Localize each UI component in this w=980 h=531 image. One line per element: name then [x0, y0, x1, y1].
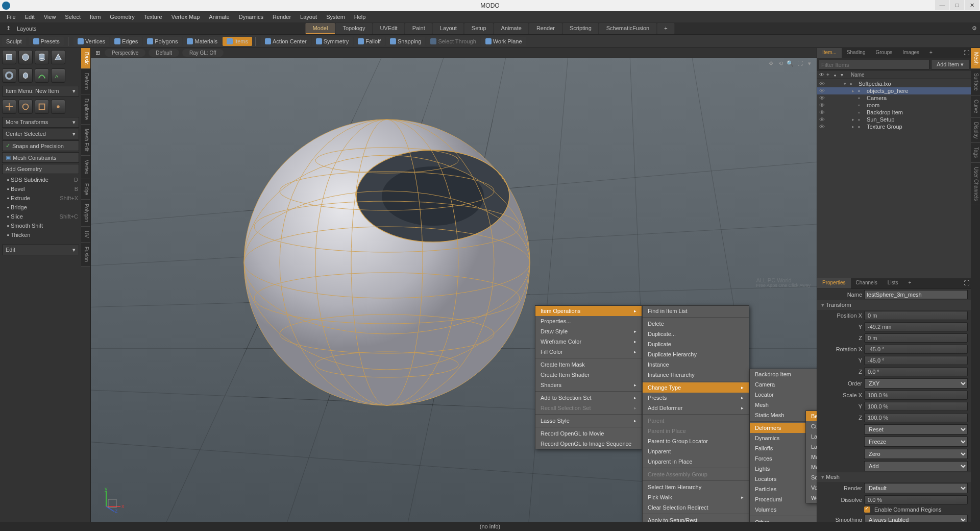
left-vtab-vertex[interactable]: Vertex: [81, 156, 90, 179]
tab-plus[interactable]: +: [924, 48, 938, 58]
menu-item-backdrop-item[interactable]: Backdrop Item: [750, 369, 817, 379]
left-vtab-duplicate[interactable]: Duplicate: [81, 94, 90, 125]
menu-item-duplicate-[interactable]: Duplicate...: [643, 329, 749, 339]
tab-shading[interactable]: Shading: [842, 48, 871, 58]
tab-plus-2[interactable]: +: [903, 278, 916, 288]
menu-item-clear-selection-redirect[interactable]: Clear Selection Redirect: [643, 502, 749, 513]
menu-item-create-item-shader[interactable]: Create Item Shader: [535, 370, 642, 380]
menu-geometry[interactable]: Geometry: [105, 14, 139, 20]
move-tool[interactable]: [2, 100, 16, 114]
left-vtab-fusion[interactable]: Fusion: [81, 243, 90, 267]
menu-item-volumes[interactable]: Volumes: [750, 504, 817, 515]
menu-item-find-in-item-list[interactable]: Find in Item List: [643, 306, 749, 316]
viewport[interactable]: ⊞ Perspective Default Ray GL: Off ✥ ⟲ 🔍 …: [91, 48, 817, 522]
tree-item-room[interactable]: 👁▫room: [817, 102, 971, 109]
scale-z-field[interactable]: 100.0 %: [864, 413, 968, 422]
torus-primitive[interactable]: [2, 68, 16, 83]
toolbar-symmetry[interactable]: Symmetry: [312, 37, 353, 46]
menu-item-camera[interactable]: Camera: [750, 379, 817, 390]
layout-tab-add[interactable]: +: [657, 23, 674, 34]
view-perspective-tab[interactable]: Perspective: [105, 49, 145, 57]
cylinder-primitive[interactable]: [35, 50, 49, 64]
tool-bridge[interactable]: ▪ Bridge: [0, 203, 81, 212]
cube-primitive[interactable]: [2, 50, 16, 64]
menu-item-parent-to-group-locator[interactable]: Parent to Group Locator: [643, 436, 749, 446]
edit-dropdown[interactable]: Edit▾: [2, 245, 79, 255]
menu-item-apply-to-setup-rest[interactable]: Apply to Setup/Rest: [643, 515, 749, 522]
mesh-constraints-header[interactable]: ▣Mesh Constraints: [2, 152, 79, 163]
menu-item-wireframe-color[interactable]: Wireframe Color: [535, 336, 642, 347]
toolbar-sculpt[interactable]: Sculpt: [2, 37, 26, 46]
maximize-button[interactable]: □: [950, 0, 964, 10]
settings-gear-icon[interactable]: ⚙: [972, 25, 977, 32]
menu-item-shaders[interactable]: Shaders: [535, 380, 642, 390]
layout-tab-topology[interactable]: Topology: [335, 23, 372, 34]
left-vtab-uv[interactable]: UV: [81, 227, 90, 243]
right-vtab-user-channels[interactable]: User Channels: [971, 163, 980, 205]
sphere-primitive[interactable]: [18, 50, 33, 64]
menu-item-duplicate-hierarchy[interactable]: Duplicate Hierarchy: [643, 349, 749, 359]
toolbar-presets[interactable]: Presets: [29, 37, 64, 46]
tool-sds-subdivide[interactable]: ▪ SDS SubdivideD: [0, 175, 81, 184]
sphere-mesh[interactable]: [239, 114, 535, 411]
tab-properties[interactable]: Properties: [817, 278, 851, 288]
menu-item-record-opengl-to-image-sequence[interactable]: Record OpenGL to Image Sequence: [535, 439, 642, 449]
transform-tool[interactable]: [51, 100, 65, 114]
tree-item-sun-setup[interactable]: 👁▸▫Sun_Setup: [817, 116, 971, 123]
menu-item-add-deformer[interactable]: Add Deformer: [643, 403, 749, 413]
toolbar-materials[interactable]: Materials: [183, 37, 222, 46]
tab-channels[interactable]: Channels: [851, 278, 883, 288]
menu-edit[interactable]: Edit: [20, 14, 39, 20]
tree-item-texture-group[interactable]: 👁▸▫Texture Group: [817, 123, 971, 130]
layout-tab-setup[interactable]: Setup: [464, 23, 494, 34]
tree-item-softpedia-lxo[interactable]: 👁▾▫Softpedia.lxo: [817, 80, 971, 87]
props-menu-icon[interactable]: ⛶: [962, 278, 971, 288]
menu-animate[interactable]: Animate: [204, 14, 234, 20]
menu-item-presets[interactable]: Presets: [643, 393, 749, 403]
pos-y-field[interactable]: -49.2 mm: [864, 322, 968, 331]
menu-item-instance-hierarchy[interactable]: Instance Hierarchy: [643, 370, 749, 380]
right-vtab-display[interactable]: Display: [971, 118, 980, 143]
layout-tab-scripting[interactable]: Scripting: [562, 23, 599, 34]
toolbar-select-through[interactable]: Select Through: [426, 37, 480, 46]
layout-tab-render[interactable]: Render: [529, 23, 562, 34]
menu-item-instance[interactable]: Instance: [643, 359, 749, 370]
menu-select[interactable]: Select: [60, 14, 85, 20]
mesh-section[interactable]: Mesh: [817, 472, 971, 482]
layout-tab-layout[interactable]: Layout: [433, 23, 464, 34]
tab-images[interactable]: Images: [897, 48, 924, 58]
left-vtab-polygon[interactable]: Polygon: [81, 200, 90, 227]
view-default-tab[interactable]: Default: [149, 49, 179, 57]
menu-item-create-item-mask[interactable]: Create Item Mask: [535, 359, 642, 370]
right-vtab-mesh[interactable]: Mesh: [971, 48, 980, 69]
item-menu-dropdown[interactable]: Item Menu: New Item▾: [2, 86, 79, 96]
menu-item-lattice-effector[interactable]: Lattice Effector: [806, 442, 817, 452]
rotate-tool[interactable]: [18, 100, 33, 114]
transform-section[interactable]: Transform: [817, 300, 971, 310]
menu-item-draw-style[interactable]: Draw Style: [535, 326, 642, 336]
left-vtab-deform[interactable]: Deform: [81, 69, 90, 94]
smoothing-select[interactable]: Always Enabled: [864, 515, 968, 522]
tool-slice[interactable]: ▪ SliceShift+C: [0, 212, 81, 221]
layouts-dropdown[interactable]: Layouts: [14, 26, 40, 32]
menu-item-weight-container[interactable]: Weight Container: [806, 493, 817, 503]
layout-tab-model[interactable]: Model: [305, 23, 335, 34]
pos-z-field[interactable]: 0 m: [864, 333, 968, 343]
right-vtab-curve[interactable]: Curve: [971, 95, 980, 118]
menu-item-duplicate[interactable]: Duplicate: [643, 339, 749, 349]
tool-bevel[interactable]: ▪ BevelB: [0, 184, 81, 194]
tab-item[interactable]: Item...: [817, 48, 842, 58]
left-vtab-basic[interactable]: Basic: [81, 48, 90, 69]
menu-item-item-operations[interactable]: Item Operations: [535, 306, 642, 316]
layouts-up-icon[interactable]: ↥: [3, 25, 14, 32]
tool-extrude[interactable]: ▪ ExtrudeShift+X: [0, 194, 81, 203]
menu-item-unparent[interactable]: Unparent: [643, 446, 749, 456]
right-vtab-surface[interactable]: Surface: [971, 69, 980, 95]
menu-item-other[interactable]: Other: [750, 517, 817, 522]
zero-select[interactable]: Zero: [864, 449, 968, 459]
tool-smooth-shift[interactable]: ▪ Smooth Shift: [0, 221, 81, 230]
rot-z-field[interactable]: 0.0 °: [864, 367, 968, 376]
layout-tab-schematicfusion[interactable]: SchematicFusion: [599, 23, 656, 34]
toolbar-action-center[interactable]: Action Center: [261, 37, 311, 46]
menu-render[interactable]: Render: [268, 14, 296, 20]
